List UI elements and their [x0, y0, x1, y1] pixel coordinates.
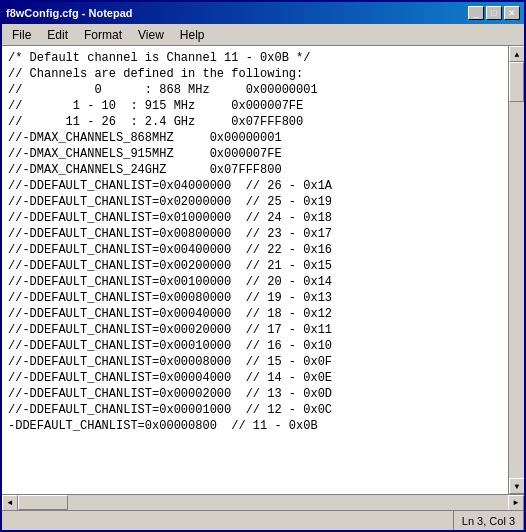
maximize-button[interactable]: □ [486, 6, 502, 20]
scroll-thumb-v[interactable] [509, 62, 524, 102]
menu-help[interactable]: Help [172, 26, 213, 44]
editor-container: /* Default channel is Channel 11 - 0x0B … [2, 46, 524, 494]
horizontal-scrollbar-container: ◄ ► [2, 494, 524, 510]
text-editor[interactable]: /* Default channel is Channel 11 - 0x0B … [2, 46, 508, 494]
cursor-position: Ln 3, Col 3 [454, 511, 524, 530]
menu-file[interactable]: File [4, 26, 39, 44]
menu-edit[interactable]: Edit [39, 26, 76, 44]
menu-bar: File Edit Format View Help [2, 24, 524, 46]
vertical-scrollbar[interactable]: ▲ ▼ [508, 46, 524, 494]
scroll-thumb-h[interactable] [18, 495, 68, 510]
window-controls: _ □ ✕ [468, 6, 520, 20]
close-button[interactable]: ✕ [504, 6, 520, 20]
title-bar: f8wConfig.cfg - Notepad _ □ ✕ [2, 2, 524, 24]
status-section-empty [2, 511, 454, 530]
status-bar: Ln 3, Col 3 [2, 510, 524, 530]
scroll-track-h[interactable] [18, 495, 508, 510]
scroll-down-button[interactable]: ▼ [509, 478, 524, 494]
menu-view[interactable]: View [130, 26, 172, 44]
notepad-window: f8wConfig.cfg - Notepad _ □ ✕ File Edit … [0, 0, 526, 532]
scroll-track-v[interactable] [509, 62, 524, 478]
window-title: f8wConfig.cfg - Notepad [6, 7, 133, 19]
scroll-up-button[interactable]: ▲ [509, 46, 524, 62]
minimize-button[interactable]: _ [468, 6, 484, 20]
menu-format[interactable]: Format [76, 26, 130, 44]
scroll-right-button[interactable]: ► [508, 495, 524, 511]
scroll-left-button[interactable]: ◄ [2, 495, 18, 511]
horizontal-scrollbar[interactable]: ◄ ► [2, 495, 524, 510]
